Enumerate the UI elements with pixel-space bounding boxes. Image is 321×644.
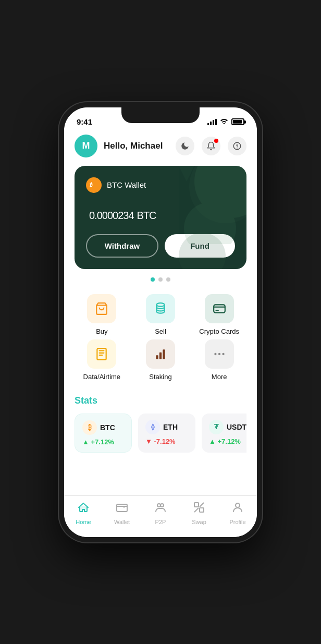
signal-icon — [207, 119, 217, 125]
notch — [121, 107, 200, 123]
wallet-card: ₿ BTC Wallet 0.0000234BTC Withdraw Fund — [75, 166, 246, 269]
action-more[interactable]: More — [192, 339, 246, 381]
sell-icon — [146, 294, 175, 323]
action-data-airtime[interactable]: Data/Airtime — [75, 339, 129, 381]
notification-button[interactable] — [202, 137, 220, 155]
svg-rect-8 — [214, 305, 225, 312]
action-staking[interactable]: Staking — [133, 339, 188, 381]
stats-title: Stats — [75, 395, 246, 406]
svg-rect-10 — [156, 355, 158, 359]
buy-label: Buy — [96, 327, 107, 335]
eth-stat-name: ETH — [163, 423, 178, 431]
pagination-dots — [75, 277, 246, 282]
svg-rect-12 — [163, 349, 165, 359]
wallet-name: BTC Wallet — [107, 180, 146, 189]
nav-home[interactable]: Home — [64, 501, 103, 525]
support-button[interactable] — [228, 137, 246, 155]
greeting-text: Hello, Michael — [104, 141, 163, 151]
action-buy[interactable]: Buy — [75, 294, 129, 335]
crypto-cards-label: Crypto Cards — [199, 327, 239, 335]
notification-dot — [214, 139, 218, 143]
staking-icon — [146, 339, 175, 369]
wifi-icon — [220, 118, 228, 126]
nav-profile[interactable]: Profile — [218, 501, 257, 525]
main-content: M Hello, Michael — [64, 130, 257, 495]
action-crypto-cards[interactable]: Crypto Cards — [192, 294, 246, 335]
svg-rect-20 — [200, 508, 204, 512]
amount-value: 0.0000234 — [89, 210, 134, 221]
nav-p2p-label: P2P — [155, 519, 166, 525]
btc-stat-name: BTC — [100, 423, 115, 432]
nav-swap[interactable]: Swap — [180, 501, 218, 525]
action-sell[interactable]: Sell — [133, 294, 188, 335]
stats-scroll: ₿ BTC ▲ +7.12% ⟠ ETH ▼ -7.12% — [75, 414, 246, 457]
data-airtime-label: Data/Airtime — [83, 373, 121, 381]
header-left: M Hello, Michael — [75, 135, 163, 157]
svg-point-18 — [160, 504, 164, 507]
btc-stat-change: ▲ +7.12% — [82, 438, 124, 446]
stats-section: Stats ₿ BTC ▲ +7.12% ⟠ ETH — [75, 395, 246, 457]
nav-home-label: Home — [76, 519, 91, 525]
nav-wallet[interactable]: Wallet — [103, 501, 141, 525]
svg-point-21 — [236, 503, 240, 507]
staking-label: Staking — [149, 373, 171, 381]
usdt-stat-name: USDT — [227, 423, 246, 431]
stat-card-btc[interactable]: ₿ BTC ▲ +7.12% — [75, 414, 132, 453]
svg-point-7 — [156, 303, 164, 307]
crypto-cards-icon — [205, 294, 234, 323]
dot-2[interactable] — [158, 277, 163, 282]
svg-marker-3 — [179, 166, 194, 181]
bottom-nav: Home Wallet P2P Swap — [64, 495, 257, 537]
data-airtime-icon — [87, 339, 116, 369]
nav-swap-label: Swap — [192, 519, 206, 525]
wallet-nav-icon — [116, 501, 128, 517]
home-icon — [77, 501, 90, 517]
battery-icon — [231, 118, 244, 125]
status-icons — [207, 118, 244, 126]
nav-profile-label: Profile — [229, 519, 245, 525]
more-label: More — [212, 373, 227, 381]
btc-icon: ₿ — [86, 177, 102, 193]
svg-point-13 — [214, 353, 216, 355]
avatar: M — [75, 135, 97, 157]
usdt-stat-icon: ₮ — [209, 420, 224, 434]
stat-card-eth[interactable]: ⟠ ETH ▼ -7.12% — [138, 414, 195, 453]
sell-label: Sell — [155, 327, 166, 335]
currency-label: BTC — [137, 210, 156, 221]
header: M Hello, Michael — [75, 130, 246, 166]
header-right — [176, 137, 246, 155]
stat-card-usdt[interactable]: ₮ USDT ▲ +7.12% — [202, 414, 246, 453]
svg-point-15 — [222, 353, 224, 355]
svg-rect-11 — [159, 352, 162, 359]
card-decor-circles — [168, 166, 246, 244]
p2p-icon — [154, 501, 167, 517]
svg-rect-16 — [117, 504, 127, 512]
nav-wallet-label: Wallet — [114, 519, 130, 525]
more-icon — [205, 339, 234, 369]
theme-toggle-button[interactable] — [176, 137, 194, 155]
btc-stat-icon: ₿ — [82, 420, 97, 435]
eth-stat-icon: ⟠ — [145, 420, 160, 434]
quick-actions-grid: Buy Sell — [75, 294, 246, 381]
dot-3[interactable] — [166, 277, 170, 282]
withdraw-button[interactable]: Withdraw — [86, 234, 158, 258]
usdt-stat-change: ▲ +7.12% — [209, 438, 246, 445]
status-time: 9:41 — [77, 117, 92, 126]
nav-p2p[interactable]: P2P — [141, 501, 180, 525]
svg-text:₿: ₿ — [90, 181, 93, 188]
svg-rect-19 — [194, 503, 199, 507]
profile-icon — [231, 501, 244, 517]
eth-stat-change: ▼ -7.12% — [145, 438, 188, 445]
svg-point-14 — [218, 353, 220, 355]
swap-icon — [193, 501, 205, 517]
buy-icon — [87, 294, 116, 323]
dot-1[interactable] — [151, 277, 155, 282]
